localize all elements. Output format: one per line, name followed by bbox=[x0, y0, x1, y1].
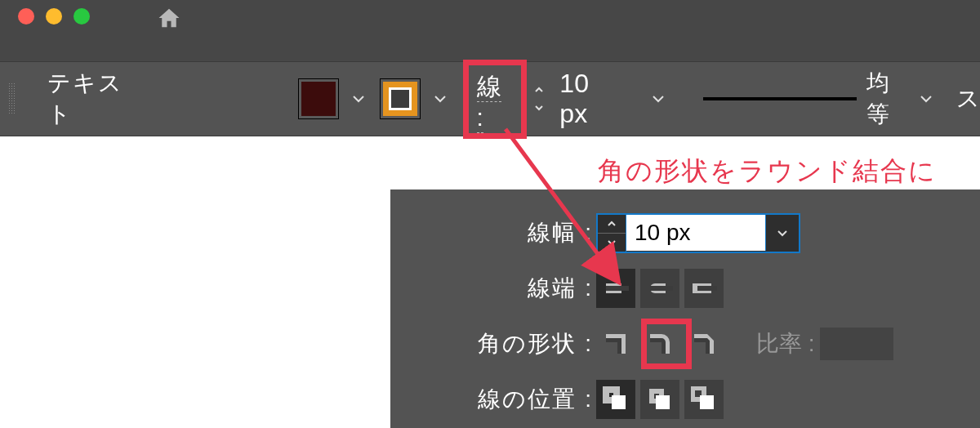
svg-rect-7 bbox=[700, 395, 714, 409]
increase-button[interactable] bbox=[528, 81, 550, 99]
stroke-width-field[interactable]: 10 px bbox=[559, 69, 621, 129]
stroke-width-row: 線幅 : 10 px bbox=[390, 207, 980, 258]
home-button[interactable] bbox=[157, 7, 181, 29]
stroke-label: 線 : bbox=[477, 73, 501, 133]
annotation-text: 角の形状をラウンド結合に bbox=[598, 154, 937, 189]
stroke-options-button[interactable]: 線 : bbox=[463, 60, 528, 139]
cap-label: 線端 : bbox=[390, 273, 596, 304]
corner-miter-icon bbox=[603, 331, 629, 357]
stroke-color-swatch[interactable] bbox=[380, 78, 421, 119]
cap-projecting-button[interactable] bbox=[684, 269, 724, 308]
zoom-window-button[interactable] bbox=[74, 8, 90, 25]
align-row: 線の位置 : bbox=[390, 374, 980, 425]
align-inside-button[interactable] bbox=[640, 380, 679, 419]
decrease-button[interactable] bbox=[598, 234, 626, 252]
corner-bevel-icon bbox=[691, 331, 717, 357]
svg-rect-6 bbox=[656, 395, 670, 409]
svg-rect-2 bbox=[650, 286, 673, 291]
corner-round-button[interactable] bbox=[640, 324, 679, 363]
home-icon bbox=[157, 6, 181, 30]
stroke-panel: 線幅 : 10 px 線端 : bbox=[390, 189, 980, 428]
corner-segment bbox=[596, 324, 724, 363]
ratio-input[interactable] bbox=[820, 328, 893, 360]
fill-swatch-group bbox=[298, 78, 375, 119]
svg-rect-5 bbox=[612, 395, 626, 409]
titlebar bbox=[0, 0, 980, 61]
dash-dropdown[interactable] bbox=[911, 79, 942, 118]
minimize-window-button[interactable] bbox=[46, 8, 62, 25]
corner-row: 角の形状 : 比率 : bbox=[390, 319, 980, 369]
ratio-label: 比率 : bbox=[756, 328, 815, 359]
width-label: 線幅 : bbox=[390, 217, 596, 248]
increase-button[interactable] bbox=[598, 215, 626, 234]
stroke-width-input[interactable]: 10 px bbox=[596, 213, 800, 253]
chevron-down-icon bbox=[607, 239, 617, 246]
chevron-down-icon bbox=[434, 95, 447, 103]
tool-label: テキスト bbox=[47, 68, 145, 130]
cap-segment bbox=[596, 269, 724, 308]
stroke-width-stepper[interactable] bbox=[528, 81, 550, 117]
align-outside-icon bbox=[691, 386, 717, 412]
align-outside-button[interactable] bbox=[684, 380, 724, 419]
stroke-swatch-group bbox=[380, 78, 457, 119]
align-center-icon bbox=[603, 386, 629, 412]
dash-preview bbox=[703, 97, 857, 100]
chevron-down-icon bbox=[534, 105, 544, 111]
chevron-down-icon bbox=[777, 230, 788, 237]
chevron-up-icon bbox=[534, 87, 544, 93]
cap-round-button[interactable] bbox=[640, 269, 679, 308]
options-bar: テキスト 線 : 10 px 均等 ス bbox=[0, 61, 980, 136]
fill-color-swatch[interactable] bbox=[298, 78, 339, 119]
cap-round-icon bbox=[647, 275, 673, 301]
align-inside-icon bbox=[647, 386, 673, 412]
width-dropdown[interactable] bbox=[765, 215, 799, 251]
chevron-up-icon bbox=[607, 221, 617, 227]
overflow-label: ス bbox=[956, 83, 980, 114]
chevron-down-icon bbox=[352, 95, 365, 103]
corner-miter-button[interactable] bbox=[596, 324, 635, 363]
stroke-dropdown[interactable] bbox=[424, 79, 457, 118]
window-controls bbox=[18, 8, 90, 25]
width-value[interactable]: 10 px bbox=[626, 215, 765, 251]
align-label: 線の位置 : bbox=[390, 384, 596, 415]
align-segment bbox=[596, 380, 724, 419]
cap-projecting-icon bbox=[691, 275, 717, 301]
corner-round-icon bbox=[647, 331, 673, 357]
corner-bevel-button[interactable] bbox=[684, 324, 724, 363]
align-center-button[interactable] bbox=[596, 380, 635, 419]
svg-rect-4 bbox=[697, 286, 717, 291]
svg-rect-1 bbox=[606, 286, 629, 291]
corner-label: 角の形状 : bbox=[390, 328, 596, 359]
chevron-down-icon bbox=[920, 95, 933, 103]
fill-dropdown[interactable] bbox=[342, 79, 375, 118]
decrease-button[interactable] bbox=[528, 99, 550, 117]
chevron-down-icon bbox=[652, 95, 665, 103]
cap-row: 線端 : bbox=[390, 263, 980, 314]
stroke-width-dropdown[interactable] bbox=[642, 79, 673, 118]
dash-label: 均等 bbox=[866, 68, 911, 130]
cap-butt-icon bbox=[603, 275, 629, 301]
close-window-button[interactable] bbox=[18, 8, 34, 25]
grip-icon bbox=[8, 82, 16, 115]
cap-butt-button[interactable] bbox=[596, 269, 635, 308]
width-stepper[interactable] bbox=[598, 215, 626, 252]
